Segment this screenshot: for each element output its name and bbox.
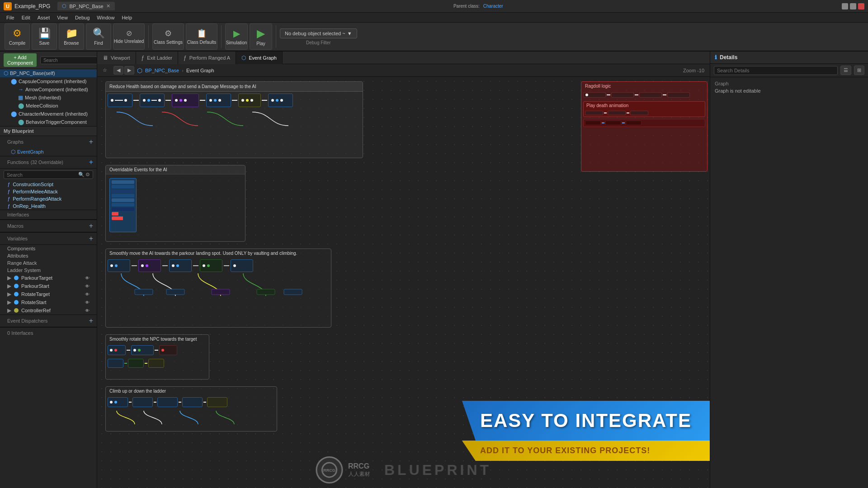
details-search-input[interactable] bbox=[714, 66, 838, 75]
menu-edit[interactable]: Edit bbox=[18, 14, 34, 21]
save-button[interactable]: 💾 Save bbox=[32, 23, 57, 50]
tree-item-charmove[interactable]: ⬤ CharacterMovement (Inherited) bbox=[0, 110, 97, 118]
canvas-area[interactable]: Reduce Health based on damage and send a… bbox=[97, 77, 710, 488]
tree-item-melee-label: MeleeCollision bbox=[26, 103, 93, 108]
play-button[interactable]: ▶ Play bbox=[250, 23, 272, 50]
maximize-button[interactable] bbox=[850, 3, 856, 9]
tab-perform-ranged[interactable]: ƒ Perform Ranged A bbox=[178, 52, 236, 64]
fn-melee-attack[interactable]: PerformMeleeAttack bbox=[0, 188, 97, 195]
close-button[interactable] bbox=[858, 3, 864, 9]
functions-add-button[interactable]: + bbox=[89, 158, 93, 166]
behavior-icon: ⬤ bbox=[18, 119, 24, 125]
my-blueprint-header[interactable]: My Blueprint bbox=[0, 126, 97, 136]
variables-add-button[interactable]: + bbox=[89, 235, 93, 243]
svg-rect-2 bbox=[212, 289, 230, 295]
tree-item-charmove-label: CharacterMovement (Inherited) bbox=[19, 111, 93, 117]
details-list-view-button[interactable]: ☰ bbox=[840, 66, 851, 75]
blueprint-tab[interactable]: ⬡ BP_NPC_Base ✕ bbox=[57, 2, 114, 10]
class-defaults-button[interactable]: 📋 Class Defaults bbox=[186, 23, 217, 50]
var-controller-ref[interactable]: ▶ ControllerRef 👁 bbox=[0, 306, 97, 314]
components-group[interactable]: Components bbox=[0, 245, 97, 252]
play-icon: ▶ bbox=[257, 27, 265, 40]
overridable-events-area: Overridable Events for the AI bbox=[105, 165, 245, 242]
menu-asset[interactable]: Asset bbox=[34, 14, 54, 21]
tree-item-behavior[interactable]: ⬤ BehaviorTriggerComponent bbox=[0, 118, 97, 126]
debug-selector[interactable]: No debug object selected ~ ▼ bbox=[280, 28, 357, 38]
functions-filter-icon[interactable]: ⚙ bbox=[85, 172, 90, 178]
breadcrumb-graph[interactable]: Event Graph bbox=[186, 68, 214, 73]
ragdoll-comment-label: Ragdoll logic bbox=[581, 82, 707, 90]
ladder-system-group[interactable]: Ladder System bbox=[0, 267, 97, 274]
event-dispatchers-header[interactable]: Event Dispatchers + bbox=[0, 314, 97, 327]
graphs-add-button[interactable]: + bbox=[89, 138, 93, 146]
menu-debug[interactable]: Debug bbox=[71, 14, 93, 21]
component-search-input[interactable] bbox=[40, 56, 97, 64]
tab-viewport[interactable]: 🖥 Viewport bbox=[97, 52, 136, 64]
tree-item-capsule[interactable]: ⬤ CapsuleComponent (Inherited) bbox=[0, 77, 97, 85]
attributes-group[interactable]: Attributes bbox=[0, 252, 97, 259]
star-icon[interactable]: ☆ bbox=[103, 67, 107, 73]
breadcrumb-blueprint-icon: ⬡ bbox=[137, 67, 142, 74]
macros-add-button[interactable]: + bbox=[89, 222, 93, 230]
var-eye-1[interactable]: 👁 bbox=[85, 276, 90, 281]
find-button[interactable]: 🔍 Find bbox=[86, 23, 111, 50]
variables-header[interactable]: Variables + bbox=[0, 232, 97, 245]
menu-help[interactable]: Help bbox=[118, 14, 136, 21]
compile-button[interactable]: ⚙ Compile bbox=[5, 23, 30, 50]
rotate-start-label: RotateStart bbox=[21, 300, 47, 305]
range-attack-group[interactable]: Range Attack bbox=[0, 259, 97, 267]
event-graph-item[interactable]: ⬡ EventGraph bbox=[0, 148, 97, 156]
add-component-button[interactable]: + Add Component bbox=[4, 53, 37, 67]
var-rotate-start[interactable]: ▶ RotateStart 👁 bbox=[0, 298, 97, 306]
var-parkour-target[interactable]: ▶ ParkourTarget 👁 bbox=[0, 274, 97, 282]
browse-button[interactable]: 📁 Browse bbox=[59, 23, 84, 50]
minimize-button[interactable] bbox=[842, 3, 848, 9]
fn-ranged-attack[interactable]: PerformRangedAttack bbox=[0, 195, 97, 202]
simulation-icon: ▶ bbox=[233, 28, 240, 39]
functions-label: Functions bbox=[7, 160, 29, 165]
tree-item-mesh[interactable]: ▦ Mesh (Inherited) bbox=[0, 94, 97, 102]
var-eye-4[interactable]: 👁 bbox=[85, 300, 90, 305]
compile-icon: ⚙ bbox=[13, 28, 22, 39]
tab-exit-ladder[interactable]: ƒ Exit Ladder bbox=[136, 52, 178, 64]
simulation-button[interactable]: ▶ Simulation bbox=[225, 23, 248, 50]
tab-event-graph[interactable]: ⬡ Event Graph bbox=[236, 52, 283, 64]
var-parkour-start[interactable]: ▶ ParkourStart 👁 bbox=[0, 282, 97, 290]
fn-onrep-health[interactable]: OnRep_Health bbox=[0, 202, 97, 210]
smooth-move-area: Smoothly move the AI towards the parkour… bbox=[105, 249, 331, 328]
forward-button[interactable]: ▶ bbox=[124, 66, 134, 75]
macros-header[interactable]: Macros + bbox=[0, 220, 97, 232]
details-grid-view-button[interactable]: ⊞ bbox=[854, 66, 864, 75]
menu-bar: File Edit Asset View Debug Window Help bbox=[0, 13, 868, 23]
tree-item-melee[interactable]: ⬤ MeleeCollision bbox=[0, 102, 97, 110]
my-blueprint-label: My Blueprint bbox=[4, 128, 34, 134]
tree-item-capsule-label: CapsuleComponent (Inherited) bbox=[19, 79, 93, 84]
hide-unrelated-button[interactable]: ⊘ Hide Unrelated bbox=[113, 23, 145, 50]
close-tab-button[interactable]: ✕ bbox=[106, 3, 110, 9]
functions-search-input[interactable] bbox=[7, 172, 78, 178]
back-button[interactable]: ◀ bbox=[113, 66, 123, 75]
breadcrumb-class[interactable]: BP_NPC_Base bbox=[145, 68, 179, 73]
interfaces-header[interactable]: Interfaces bbox=[0, 210, 97, 220]
details-icon: ℹ bbox=[715, 54, 717, 61]
var-rotate-target[interactable]: ▶ RotateTarget 👁 bbox=[0, 290, 97, 298]
graphs-header[interactable]: Graphs + bbox=[0, 136, 97, 148]
parkour-target-dot bbox=[14, 276, 19, 280]
var-eye-3[interactable]: 👁 bbox=[85, 292, 90, 297]
var-eye-5[interactable]: 👁 bbox=[85, 308, 90, 313]
rotate-comment: Smoothly rotate the NPC towards the targ… bbox=[106, 335, 209, 343]
menu-view[interactable]: View bbox=[53, 14, 71, 21]
rotate-area: Smoothly rotate the NPC towards the targ… bbox=[105, 334, 209, 380]
damage-comment-box: Reduce Health based on damage and send a… bbox=[105, 81, 363, 158]
var-eye-2[interactable]: 👁 bbox=[85, 284, 90, 289]
functions-header[interactable]: Functions (32 Overridable) + bbox=[0, 156, 97, 169]
menu-file[interactable]: File bbox=[3, 14, 18, 21]
event-dispatchers-add-button[interactable]: + bbox=[89, 317, 93, 325]
menu-window[interactable]: Window bbox=[93, 14, 118, 21]
class-settings-button[interactable]: ⚙ Class Settings bbox=[152, 23, 184, 50]
tree-item-arrow[interactable]: → ArrowComponent (Inherited) bbox=[0, 85, 97, 94]
fn-construction[interactable]: ConstructionScript bbox=[0, 181, 97, 188]
rotate-target-label: RotateTarget bbox=[21, 291, 50, 297]
dropdown-icon: ▼ bbox=[347, 31, 352, 36]
tree-item-self[interactable]: ⬡ BP_NPC_Base(self) bbox=[0, 69, 97, 77]
